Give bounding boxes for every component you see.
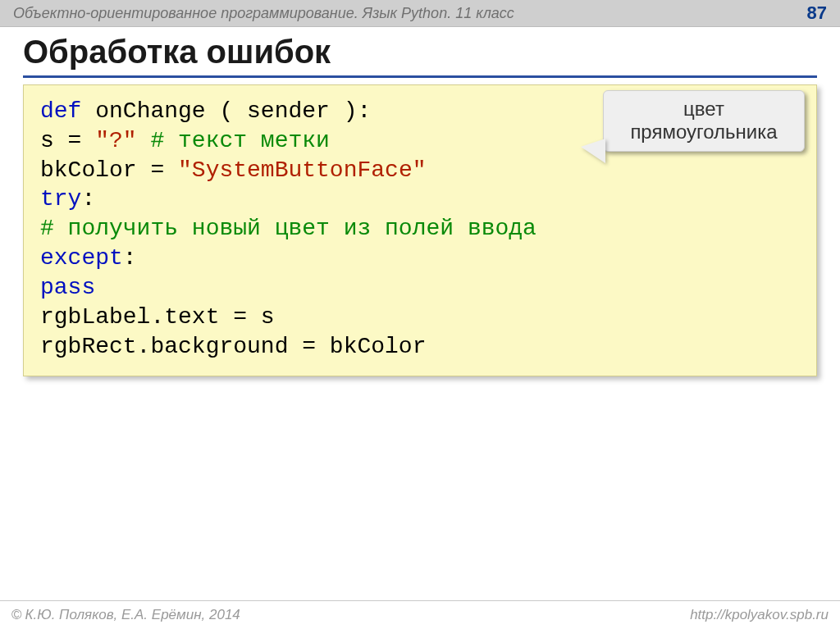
code-line-4: try: (40, 185, 800, 214)
header-title: Объектно-ориентированное программировани… (13, 5, 514, 22)
copyright-icon: © (11, 607, 22, 623)
code-text: rgbLabel.text = s (40, 304, 275, 330)
code-text: : (123, 245, 137, 271)
code-line-5: # получить новый цвет из полей ввода (40, 214, 800, 244)
copyright: © К.Ю. Поляков, Е.А. Ерёмин, 2014 (11, 607, 240, 623)
callout-box: цвет прямоугольника (603, 90, 805, 152)
keyword-except: except (40, 245, 123, 271)
keyword-pass: pass (40, 275, 95, 300)
string-literal: "SystemButtonFace" (178, 157, 426, 183)
copyright-text: К.Ю. Поляков, Е.А. Ерёмин, 2014 (25, 607, 240, 623)
callout-line-2: прямоугольника (614, 121, 794, 144)
header-bar: Объектно-ориентированное программировани… (0, 0, 840, 27)
keyword-try: try (40, 186, 81, 212)
code-text: bkColor = (40, 157, 178, 183)
code-text: onChange ( sender ): (95, 98, 371, 124)
content-area: Обработка ошибок def onChange ( sender )… (0, 27, 840, 376)
string-literal: "?" (95, 128, 136, 153)
code-line-9: rgbRect.background = bkColor (40, 332, 800, 362)
divider (23, 75, 817, 78)
footer-bar: © К.Ю. Поляков, Е.А. Ерёмин, 2014 http:/… (0, 600, 840, 629)
code-text: s = (40, 128, 95, 153)
code-text: rgbRect.background = bkColor (40, 334, 426, 359)
code-line-7: pass (40, 273, 800, 303)
code-block: def onChange ( sender ): s = "?" # текст… (23, 84, 817, 376)
comment: # получить новый цвет из полей ввода (40, 216, 536, 241)
keyword-def: def (40, 98, 95, 124)
code-text: : (81, 186, 95, 212)
slide-title: Обработка ошибок (23, 34, 817, 71)
page-number: 87 (807, 2, 827, 24)
footer-url: http://kpolyakov.spb.ru (690, 607, 829, 623)
callout-line-1: цвет (614, 98, 794, 121)
callout-tail-icon (581, 139, 605, 163)
code-line-8: rgbLabel.text = s (40, 303, 800, 332)
slide: Объектно-ориентированное программировани… (0, 0, 840, 629)
code-line-6: except: (40, 244, 800, 273)
comment: # текст метки (137, 128, 330, 153)
code-line-3: bkColor = "SystemButtonFace" (40, 156, 800, 185)
